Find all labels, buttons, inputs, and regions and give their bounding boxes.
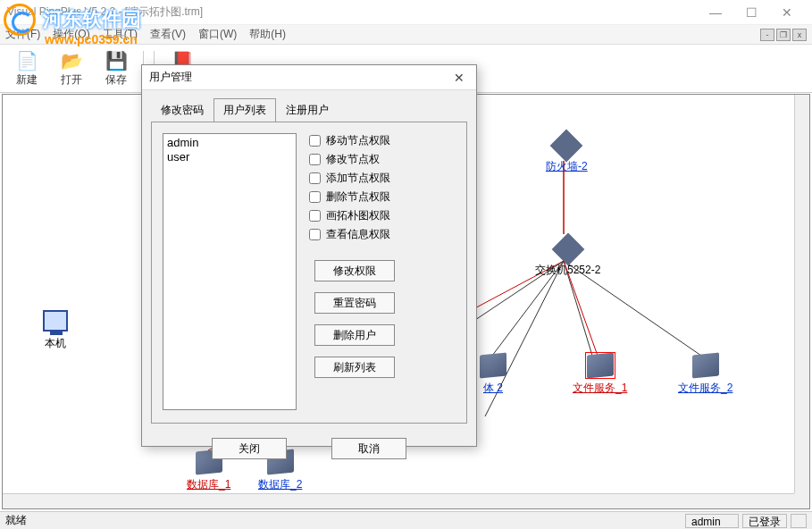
close-button[interactable]: 关闭 <box>212 438 287 459</box>
node-file-server-2[interactable]: 文件服务_2 <box>678 352 732 396</box>
perm-checkbox-delete[interactable] <box>309 191 321 203</box>
dialog-tabs: 修改密码 用户列表 注册用户 <box>142 90 476 122</box>
open-label: 打开 <box>61 72 82 88</box>
server-icon <box>478 352 508 379</box>
list-item[interactable]: user <box>167 150 292 164</box>
firewall-icon <box>551 130 582 157</box>
mdi-minimize-icon[interactable]: - <box>760 29 774 41</box>
tab-change-password[interactable]: 修改密码 <box>151 98 213 122</box>
menu-operate[interactable]: 操作(O) <box>53 27 89 42</box>
perm-checkbox-move[interactable] <box>309 135 321 147</box>
perm-checkbox-view[interactable] <box>309 229 321 240</box>
new-label: 新建 <box>16 72 38 88</box>
save-label: 保存 <box>105 72 127 88</box>
cancel-button[interactable]: 取消 <box>331 438 406 459</box>
window-title: Visual PingPlus V5.2.2 - [演示拓扑图.trm] <box>7 4 698 20</box>
perm-checkbox-draw[interactable] <box>309 210 321 222</box>
node-link[interactable]: 文件服务_1 <box>573 382 627 394</box>
perm-label: 查看信息权限 <box>326 227 390 242</box>
permission-group: 移动节点权限 修改节点权 添加节点权限 删除节点权限 画拓朴图权限 查看信息权限 <box>309 133 390 246</box>
scrollbar-horizontal[interactable] <box>3 493 794 508</box>
menu-view[interactable]: 查看(V) <box>150 27 186 42</box>
refresh-list-button[interactable]: 刷新列表 <box>314 357 395 378</box>
tab-user-list[interactable]: 用户列表 <box>213 98 276 122</box>
perm-label: 删除节点权限 <box>326 189 390 205</box>
close-button[interactable]: ✕ <box>769 1 805 24</box>
perm-checkbox-add[interactable] <box>309 172 321 184</box>
minimize-button[interactable]: — <box>698 1 733 24</box>
mdi-restore-icon[interactable]: ❐ <box>776 29 791 41</box>
tab-panel: admin user 移动节点权限 修改节点权 添加节点权限 删除节点权限 画拓… <box>151 122 467 424</box>
menu-window[interactable]: 窗口(W) <box>198 27 237 42</box>
perm-label: 添加节点权限 <box>326 171 390 186</box>
open-folder-icon: 📂 <box>59 49 84 72</box>
node-link[interactable]: 数据库_1 <box>187 478 230 491</box>
user-management-dialog: 用户管理 ✕ 修改密码 用户列表 注册用户 admin user 移动节点权限 … <box>141 64 477 447</box>
status-login: 已登录 <box>742 514 787 528</box>
node-link[interactable]: 数据库_2 <box>258 478 302 491</box>
tab-register-user[interactable]: 注册用户 <box>276 98 339 122</box>
node-firewall[interactable]: 防火墙-2 <box>546 130 588 174</box>
scroll-corner <box>794 493 809 508</box>
menubar: 文件(F) 操作(O) 工具(T) 查看(V) 窗口(W) 帮助(H) - ❐ … <box>0 25 812 45</box>
statusbar: 就绪 admin 已登录 <box>0 511 812 529</box>
server-icon <box>585 352 615 379</box>
status-user: admin <box>685 514 739 528</box>
titlebar: Visual PingPlus V5.2.2 - [演示拓扑图.trm] — ☐… <box>0 0 812 25</box>
menu-file[interactable]: 文件(F) <box>5 27 40 42</box>
node-link[interactable]: 防火墙-2 <box>546 160 588 172</box>
delete-user-button[interactable]: 删除用户 <box>314 324 395 346</box>
new-button[interactable]: 📄 新建 <box>5 47 48 90</box>
status-ready: 就绪 <box>5 513 27 528</box>
reset-password-button[interactable]: 重置密码 <box>314 292 395 314</box>
node-label: 本机 <box>45 337 66 349</box>
host-icon <box>40 307 71 334</box>
perm-label: 修改节点权 <box>326 152 380 167</box>
switch-icon <box>553 234 583 261</box>
menu-tool[interactable]: 工具(T) <box>103 27 138 42</box>
perm-checkbox-modify[interactable] <box>309 154 321 165</box>
open-button[interactable]: 📂 打开 <box>50 47 93 90</box>
maximize-button[interactable]: ☐ <box>733 1 769 24</box>
node-link[interactable]: 体 2 <box>483 382 503 394</box>
save-disk-icon: 💾 <box>104 49 129 72</box>
save-button[interactable]: 💾 保存 <box>95 47 138 90</box>
perm-label: 画拓朴图权限 <box>326 208 390 223</box>
list-item[interactable]: admin <box>167 136 292 150</box>
dialog-close-button[interactable]: ✕ <box>449 68 469 88</box>
modify-permission-button[interactable]: 修改权限 <box>314 260 395 281</box>
menu-help[interactable]: 帮助(H) <box>249 27 286 42</box>
node-local-host[interactable]: 本机 <box>40 307 71 351</box>
user-listbox[interactable]: admin user <box>163 133 297 410</box>
status-extra <box>791 514 807 528</box>
new-file-icon: 📄 <box>14 49 39 72</box>
node-media[interactable]: 体 2 <box>478 352 508 396</box>
perm-label: 移动节点权限 <box>326 133 390 148</box>
node-link[interactable]: 文件服务_2 <box>678 382 732 394</box>
dialog-title: 用户管理 <box>149 70 192 85</box>
node-switch[interactable]: 交换机5252-2 <box>535 234 600 278</box>
mdi-close-icon[interactable]: x <box>792 29 807 41</box>
server-icon <box>691 352 721 379</box>
node-file-server-1[interactable]: 文件服务_1 <box>573 352 627 396</box>
scrollbar-vertical[interactable] <box>794 95 809 493</box>
dialog-titlebar[interactable]: 用户管理 ✕ <box>142 65 476 90</box>
